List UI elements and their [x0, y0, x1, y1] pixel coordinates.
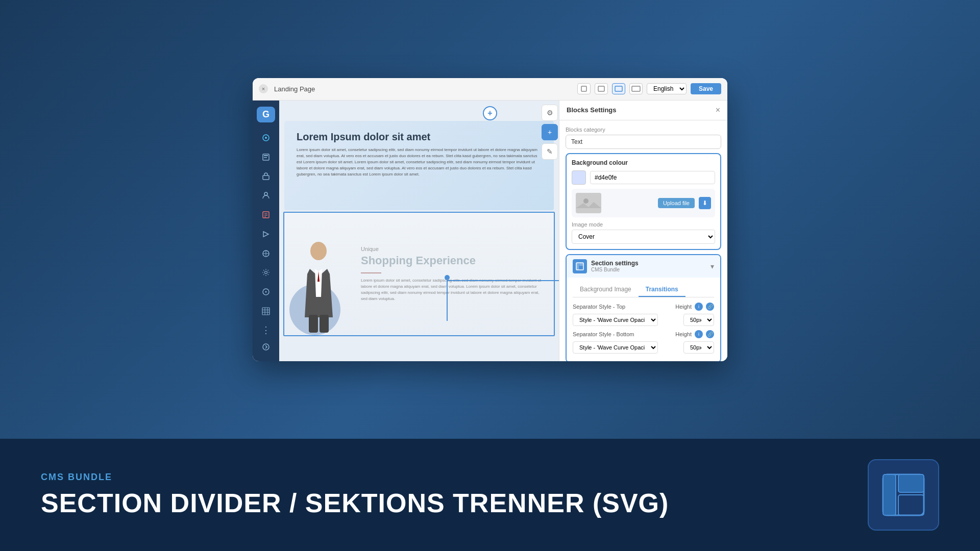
- svg-point-23: [265, 271, 267, 274]
- editor-window: × Landing Page English Save: [253, 78, 727, 361]
- blocks-settings-header: Blocks Settings ×: [559, 101, 727, 120]
- section1-heading: Lorem Ipsum dolor sit amet: [297, 131, 542, 143]
- view-mobile-btn[interactable]: [577, 83, 591, 94]
- category-input[interactable]: [566, 135, 721, 149]
- svg-point-14: [264, 192, 267, 195]
- right-panel: Blocks Settings × Blocks category: [559, 101, 727, 361]
- save-button[interactable]: Save: [691, 83, 721, 94]
- sidebar-item-tables[interactable]: [257, 303, 275, 319]
- section-settings-chevron: ▾: [710, 262, 714, 270]
- svg-rect-41: [576, 263, 579, 270]
- cms-bundle-icon: [868, 459, 939, 531]
- language-select[interactable]: English: [647, 83, 687, 94]
- svg-rect-1: [883, 474, 896, 515]
- sidebar-logo: G: [257, 107, 275, 123]
- svg-rect-2: [898, 474, 924, 492]
- upload-icon-button[interactable]: ⬇: [699, 197, 711, 209]
- canvas-area: Lorem Ipsum dolor sit amet Lorem ipsum d…: [279, 101, 559, 361]
- image-mode-section: Image mode Cover: [572, 221, 715, 244]
- svg-rect-37: [320, 315, 329, 333]
- separator-bottom-label: Separator Style - Bottom: [573, 331, 634, 337]
- sidebar-item-forms[interactable]: [257, 207, 275, 223]
- sidebar-item-pages[interactable]: [257, 149, 275, 165]
- separator-bottom-controls: Height i 🔗: [675, 330, 714, 338]
- gear-icon-float[interactable]: ⚙: [542, 105, 558, 121]
- image-mode-select[interactable]: Cover: [572, 230, 715, 244]
- sidebar-item-dashboard[interactable]: [257, 130, 275, 146]
- sidebar-more-dots[interactable]: ⋮: [261, 324, 271, 336]
- blocks-settings-close[interactable]: ×: [716, 106, 720, 115]
- tab-transitions[interactable]: Transitions: [639, 283, 685, 297]
- svg-rect-26: [262, 308, 270, 315]
- editor-main: Lorem Ipsum dolor sit amet Lorem ipsum d…: [279, 101, 727, 361]
- cms-bundle-label: CMS BUNDLE: [41, 472, 847, 483]
- separator-top-info-icon[interactable]: i: [695, 303, 703, 311]
- colour-value-input[interactable]: [590, 171, 715, 184]
- image-mode-label: Image mode: [572, 221, 715, 228]
- connector-dot-1: [445, 275, 450, 280]
- separator-bottom-style-select[interactable]: Style - 'Wave Curve Opaci: [573, 341, 658, 354]
- svg-point-25: [265, 291, 267, 293]
- close-button[interactable]: ×: [259, 84, 268, 93]
- separator-bottom-link-icon[interactable]: 🔗: [706, 330, 714, 338]
- view-widescreen-btn[interactable]: [629, 83, 643, 94]
- svg-rect-11: [264, 155, 268, 156]
- sidebar-item-analytics[interactable]: [257, 284, 275, 300]
- view-tablet-btn[interactable]: [595, 83, 608, 94]
- svg-rect-13: [263, 176, 269, 180]
- blocks-settings-body: Blocks category Background colour: [559, 120, 727, 361]
- sidebar-item-settings[interactable]: [257, 265, 275, 281]
- svg-rect-42: [579, 263, 583, 266]
- section-settings-icon: [573, 259, 587, 273]
- svg-rect-12: [264, 157, 267, 158]
- connector-line-h: [447, 280, 559, 281]
- sidebar-item-marketing[interactable]: [257, 226, 275, 242]
- separator-top-height-select[interactable]: 50px: [683, 314, 714, 326]
- section-settings-panel: Section settings CMS Bundle ▾ Background…: [566, 254, 721, 361]
- canvas-section-2: Unique Shopping Experience Lorem ipsum d…: [284, 213, 554, 335]
- main-title: SECTION DIVIDER / SEKTIONS TRENNER (SVG): [41, 488, 847, 518]
- sidebar-item-users[interactable]: [257, 188, 275, 204]
- section-settings-header[interactable]: Section settings CMS Bundle ▾: [567, 255, 720, 278]
- image-upload-area: Upload file ⬇: [572, 189, 715, 217]
- separator-bottom-height-text: Height: [675, 331, 692, 337]
- sidebar-item-shop[interactable]: [257, 168, 275, 185]
- svg-point-35: [310, 242, 327, 260]
- svg-point-9: [265, 137, 267, 139]
- pen-icon-float[interactable]: ✎: [542, 143, 558, 160]
- svg-rect-5: [598, 86, 604, 91]
- sidebar-item-integrations[interactable]: [257, 245, 275, 262]
- view-desktop-btn[interactable]: [612, 83, 625, 94]
- tab-background-image[interactable]: Background Image: [573, 283, 639, 297]
- section-settings-titles: Section settings CMS Bundle: [591, 260, 639, 272]
- blocks-settings-panel: Blocks Settings × Blocks category: [559, 101, 727, 361]
- colour-swatch[interactable]: [572, 170, 586, 185]
- sidebar-item-arrow[interactable]: [257, 339, 275, 355]
- section2-unique: Unique: [361, 246, 544, 252]
- svg-point-39: [583, 198, 589, 204]
- colour-input-row: [572, 170, 715, 185]
- section-settings-subtitle: CMS Bundle: [591, 267, 639, 272]
- separator-top-style-select[interactable]: Style - 'Wave Curve Opaci: [573, 314, 658, 326]
- separator-bottom-height-select[interactable]: 50px: [683, 341, 714, 354]
- svg-point-31: [263, 344, 269, 350]
- svg-rect-36: [309, 315, 318, 333]
- section1-paragraph: Lorem ipsum dolor sit amet, consetetur s…: [297, 147, 542, 178]
- separator-top-link-icon[interactable]: 🔗: [706, 303, 714, 311]
- titlebar: × Landing Page English Save: [253, 78, 727, 101]
- canvas-section-1: Lorem Ipsum dolor sit amet Lorem ipsum d…: [284, 121, 554, 210]
- separator-top-controls: Height i 🔗: [675, 303, 714, 311]
- floating-icons: ⚙ + ✎: [542, 105, 558, 160]
- section-settings-tabs: Background Image Transitions: [573, 283, 714, 297]
- plus-icon-float[interactable]: +: [542, 124, 558, 140]
- editor-area: × Landing Page English Save: [0, 0, 980, 439]
- svg-marker-19: [263, 232, 268, 237]
- page-title: Landing Page: [274, 85, 571, 93]
- section-settings-title: Section settings: [591, 260, 639, 267]
- add-section-button[interactable]: +: [483, 106, 497, 120]
- upload-file-button[interactable]: Upload file: [658, 198, 695, 208]
- banner-text: CMS BUNDLE SECTION DIVIDER / SEKTIONS TR…: [41, 472, 847, 518]
- titlebar-actions: English Save: [577, 83, 721, 94]
- separator-bottom-info-icon[interactable]: i: [695, 330, 703, 338]
- section2-heading: Shopping Experience: [361, 254, 544, 267]
